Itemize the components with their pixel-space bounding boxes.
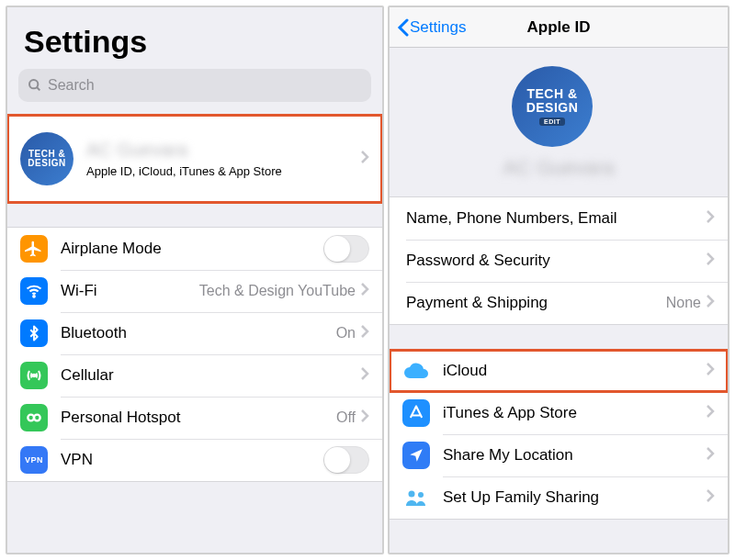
chevron-right-icon — [361, 151, 369, 167]
row-label: Share My Location — [443, 446, 707, 465]
row-label: iCloud — [443, 362, 707, 380]
chevron-right-icon — [707, 405, 715, 421]
profile-subtitle: Apple ID, iCloud, iTunes & App Store — [86, 164, 361, 178]
chevron-right-icon — [707, 363, 715, 379]
wifi-icon — [20, 277, 48, 305]
row-value: Off — [336, 409, 356, 426]
avatar: TECH & DESIGN — [20, 132, 74, 185]
chevron-right-icon — [707, 252, 715, 269]
profile-name: AC Guevara — [86, 140, 361, 161]
row-share-location[interactable]: Share My Location — [390, 434, 728, 476]
row-value: Tech & Design YouTube — [199, 283, 356, 299]
connectivity-group: Airplane Mode Wi-Fi Tech & Design YouTub… — [7, 227, 382, 482]
page-title: Settings — [7, 7, 382, 69]
row-label: Name, Phone Numbers, Email — [406, 209, 707, 228]
search-wrap: Search — [7, 69, 382, 115]
apple-id-pane: Settings Apple ID TECH & DESIGN EDIT AC … — [388, 6, 729, 554]
family-icon — [402, 484, 430, 511]
row-personal-hotspot[interactable]: Personal Hotspot Off — [7, 397, 382, 439]
profile-name: AC Guevara — [503, 156, 614, 180]
svg-point-2 — [33, 296, 35, 297]
search-placeholder: Search — [48, 77, 95, 94]
row-itunes-appstore[interactable]: iTunes & App Store — [390, 392, 728, 434]
airplane-icon — [20, 235, 48, 263]
row-wifi[interactable]: Wi-Fi Tech & Design YouTube — [7, 270, 382, 312]
svg-line-1 — [37, 87, 40, 90]
chevron-left-icon — [397, 18, 410, 37]
row-label: Airplane Mode — [61, 240, 323, 258]
row-value: On — [336, 325, 356, 342]
row-password-security[interactable]: Password & Security — [390, 240, 728, 282]
cloud-icon — [402, 357, 430, 385]
row-airplane-mode[interactable]: Airplane Mode — [7, 228, 382, 270]
row-label: VPN — [61, 451, 323, 469]
svg-point-5 — [34, 415, 40, 421]
row-payment-shipping[interactable]: Payment & Shipping None — [390, 282, 728, 324]
chevron-right-icon — [707, 295, 715, 311]
edit-badge: EDIT — [539, 118, 565, 126]
row-name-numbers-email[interactable]: Name, Phone Numbers, Email — [390, 197, 728, 240]
svg-point-0 — [29, 80, 38, 88]
row-label: Bluetooth — [61, 324, 336, 342]
cellular-icon — [20, 362, 48, 389]
row-icloud[interactable]: iCloud — [390, 350, 728, 392]
profile-header: TECH & DESIGN EDIT AC Guevara — [390, 48, 728, 196]
svg-point-7 — [418, 492, 424, 498]
row-label: Cellular — [61, 366, 361, 385]
chevron-right-icon — [361, 325, 369, 342]
chevron-right-icon — [707, 489, 715, 506]
row-label: Payment & Shipping — [406, 294, 666, 312]
search-input[interactable]: Search — [18, 69, 371, 102]
svg-point-3 — [33, 375, 36, 377]
row-cellular[interactable]: Cellular — [7, 354, 382, 397]
row-label: Wi-Fi — [61, 282, 199, 300]
chevron-right-icon — [707, 210, 715, 227]
location-icon — [402, 442, 430, 469]
navbar: Settings Apple ID — [390, 7, 728, 48]
chevron-right-icon — [361, 367, 369, 384]
row-value: None — [666, 295, 701, 311]
settings-pane: Settings Search TECH & DESIGN AC Guevara… — [6, 6, 384, 554]
chevron-right-icon — [707, 447, 715, 464]
row-vpn[interactable]: VPN VPN — [7, 439, 382, 481]
row-label: Set Up Family Sharing — [443, 488, 707, 507]
chevron-right-icon — [361, 409, 369, 426]
appstore-icon — [402, 399, 430, 427]
services-group: iCloud iTunes & App Store Share My Locat… — [390, 349, 728, 520]
vpn-toggle[interactable] — [323, 446, 369, 474]
profile-row[interactable]: TECH & DESIGN AC Guevara Apple ID, iClou… — [7, 115, 382, 203]
hotspot-icon — [20, 404, 48, 431]
vpn-icon: VPN — [20, 446, 48, 474]
account-group: Name, Phone Numbers, Email Password & Se… — [390, 196, 728, 325]
avatar[interactable]: TECH & DESIGN EDIT — [512, 66, 593, 147]
row-bluetooth[interactable]: Bluetooth On — [7, 312, 382, 354]
svg-point-6 — [409, 491, 415, 498]
search-icon — [28, 78, 42, 93]
row-label: Password & Security — [406, 252, 707, 270]
row-label: iTunes & App Store — [443, 404, 707, 422]
back-button[interactable]: Settings — [397, 18, 466, 37]
bluetooth-icon — [20, 319, 48, 347]
row-label: Personal Hotspot — [61, 409, 336, 427]
row-family-sharing[interactable]: Set Up Family Sharing — [390, 476, 728, 519]
chevron-right-icon — [361, 283, 369, 299]
airplane-toggle[interactable] — [323, 235, 369, 263]
